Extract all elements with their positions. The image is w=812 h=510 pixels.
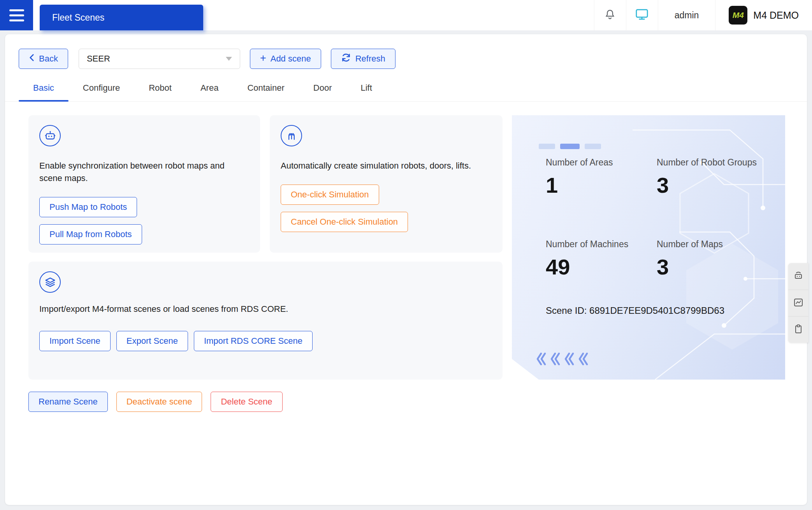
robot-signal-icon xyxy=(793,270,804,283)
areas-count: 1 xyxy=(546,172,613,198)
decorative-pills xyxy=(539,144,601,149)
monitor-button[interactable] xyxy=(626,0,658,30)
deactivate-scene-button[interactable]: Deactivate scene xyxy=(116,392,202,412)
line-chart-icon xyxy=(793,297,804,310)
chevrons-decoration xyxy=(536,352,598,368)
m4-logo: M4 xyxy=(729,6,747,25)
clipboard-tool-button[interactable] xyxy=(788,316,808,343)
import-rds-core-scene-button[interactable]: Import RDS CORE Scene xyxy=(194,331,313,351)
cancel-one-click-simulation-button[interactable]: Cancel One-click Simulation xyxy=(281,212,408,232)
notifications-button[interactable] xyxy=(594,0,626,30)
pull-map-from-robots-button[interactable]: Pull Map from Robots xyxy=(39,224,142,244)
clipboard-icon xyxy=(793,324,804,336)
stat-maps: Number of Maps 3 xyxy=(657,239,723,280)
tab-robot[interactable]: Robot xyxy=(134,77,186,101)
chart-tool-button[interactable] xyxy=(788,290,808,316)
topbar-right: admin M4 M4 DEMO xyxy=(594,0,812,30)
topbar: Fleet Scenes admin xyxy=(0,0,812,30)
machines-count: 49 xyxy=(546,254,628,280)
robot-monitor-tool-button[interactable] xyxy=(788,263,808,290)
one-click-simulation-button[interactable]: One-click Simulation xyxy=(281,185,379,205)
refresh-button[interactable]: Refresh xyxy=(331,49,395,69)
brand-name: M4 DEMO xyxy=(753,10,799,21)
chevron-left-icon xyxy=(29,53,35,64)
tab-area[interactable]: Area xyxy=(186,77,233,101)
stat-areas: Number of Areas 1 xyxy=(546,157,613,198)
refresh-icon xyxy=(341,53,351,65)
stat-machines: Number of Machines 49 xyxy=(546,239,628,280)
chevron-down-icon xyxy=(226,57,232,61)
simulation-flow-icon xyxy=(281,125,302,146)
map-sync-description: Enable synchronization between robot map… xyxy=(39,160,249,185)
tab-door[interactable]: Door xyxy=(299,77,346,101)
hamburger-menu-button[interactable] xyxy=(0,0,33,30)
fleet-scenes-tab[interactable]: Fleet Scenes xyxy=(40,5,203,30)
add-scene-button[interactable]: + Add scene xyxy=(250,49,321,69)
push-map-to-robots-button[interactable]: Push Map to Robots xyxy=(39,197,137,217)
tab-lift[interactable]: Lift xyxy=(346,77,386,101)
simulation-card: Automatically create simulation robots, … xyxy=(270,115,503,253)
maps-count: 3 xyxy=(657,254,723,280)
import-scene-button[interactable]: Import Scene xyxy=(39,331,111,351)
map-sync-card: Enable synchronization between robot map… xyxy=(28,115,260,253)
scene-stats-panel: Number of Areas 1 Number of Robot Groups… xyxy=(512,115,785,380)
floating-toolbar xyxy=(788,263,808,343)
scene-select-value: SEER xyxy=(87,54,110,64)
robot-groups-count: 3 xyxy=(657,172,757,198)
scene-io-description: Import/export M4-format scenes or load s… xyxy=(39,303,492,315)
bell-icon xyxy=(604,9,616,22)
brand-area: M4 M4 DEMO xyxy=(715,0,812,30)
scene-io-card: Import/export M4-format scenes or load s… xyxy=(28,262,503,380)
m4-logo-text: M4 xyxy=(733,11,744,20)
user-menu[interactable]: admin xyxy=(658,0,715,30)
tab-configure[interactable]: Configure xyxy=(69,77,134,101)
scene-tabs: Basic Configure Robot Area Container Doo… xyxy=(5,77,807,102)
delete-scene-button[interactable]: Delete Scene xyxy=(211,392,282,412)
export-scene-button[interactable]: Export Scene xyxy=(116,331,188,351)
basic-tab-content: Enable synchronization between robot map… xyxy=(5,102,807,412)
scene-controls: Back SEER + Add scene Refresh xyxy=(5,34,807,69)
main-panel: Back SEER + Add scene Refresh Basic Conf xyxy=(5,34,807,505)
layers-icon xyxy=(39,271,61,293)
fleet-scenes-tab-label: Fleet Scenes xyxy=(52,12,104,23)
username-label: admin xyxy=(675,10,699,21)
hamburger-icon xyxy=(9,9,24,11)
back-button[interactable]: Back xyxy=(19,49,68,69)
scene-select[interactable]: SEER xyxy=(79,49,240,69)
tab-container[interactable]: Container xyxy=(233,77,299,101)
stat-robot-groups: Number of Robot Groups 3 xyxy=(657,157,757,198)
simulation-description: Automatically create simulation robots, … xyxy=(281,160,485,172)
tab-basic[interactable]: Basic xyxy=(19,77,69,101)
plus-icon: + xyxy=(260,53,266,63)
monitor-icon xyxy=(635,8,649,22)
robot-icon xyxy=(39,125,61,146)
rename-scene-button[interactable]: Rename Scene xyxy=(28,392,108,412)
scene-actions: Rename Scene Deactivate scene Delete Sce… xyxy=(28,380,503,412)
scene-id-label: Scene ID: 6891DE7EE9D5401C8799BD63 xyxy=(546,305,724,316)
